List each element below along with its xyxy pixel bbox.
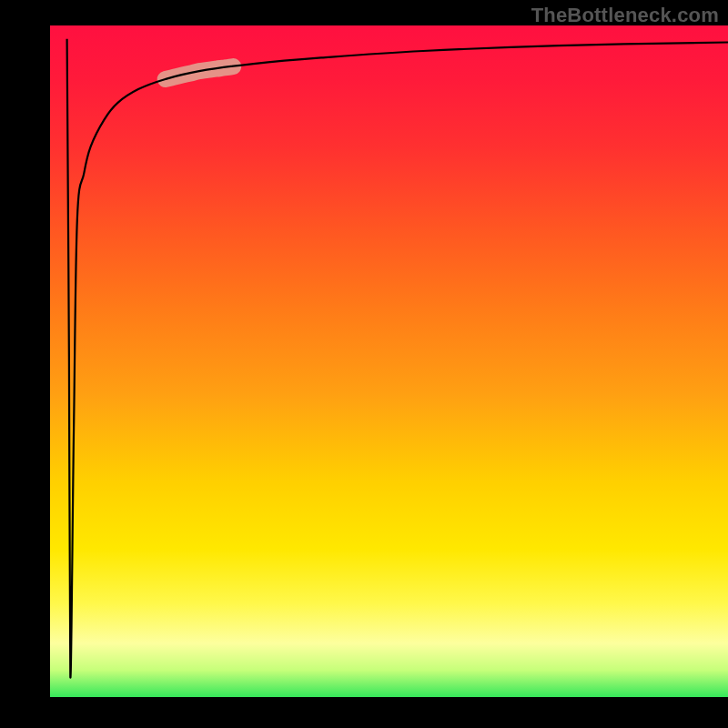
chart-frame: TheBottleneck.com	[0, 0, 728, 728]
watermark-text: TheBottleneck.com	[531, 4, 719, 27]
curve-svg	[50, 25, 728, 697]
curve-line	[67, 39, 728, 678]
plot-area	[50, 25, 728, 697]
